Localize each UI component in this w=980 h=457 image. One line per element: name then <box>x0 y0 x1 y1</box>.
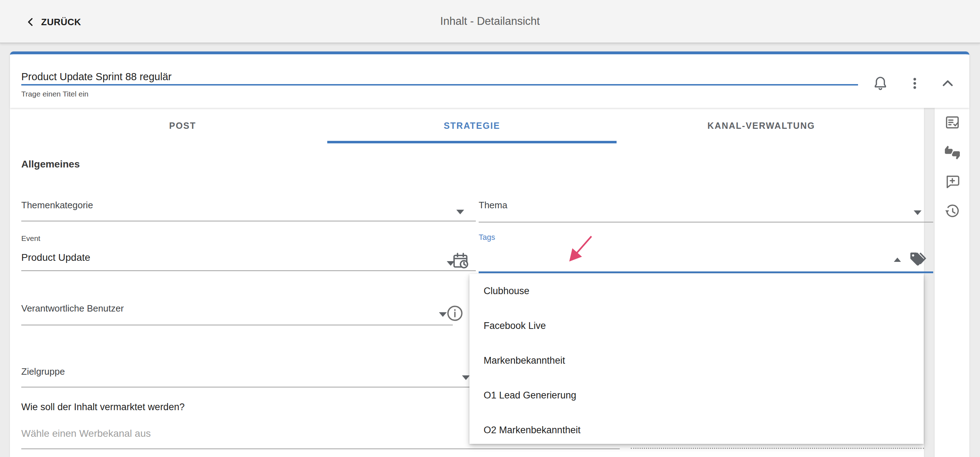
tags-label: Tags <box>479 233 495 242</box>
app-header: ZURÜCK Inhalt - Detailansicht <box>0 0 980 43</box>
side-icon-rail <box>935 108 969 457</box>
event-label: Event <box>21 234 40 243</box>
title-input-underline <box>21 84 858 86</box>
feedback-button[interactable] <box>944 144 961 161</box>
tag-option[interactable]: Facebook Live <box>469 309 924 343</box>
thumbs-up-down-icon <box>944 157 961 162</box>
notifications-button[interactable] <box>871 74 889 93</box>
tab-bar: POST STRATEGIE KANAL-VERWALTUNG <box>38 108 906 143</box>
fact-check-icon <box>944 126 961 132</box>
tags-dropdown: Clubhouse Facebook Live Markenbekannthei… <box>469 274 924 444</box>
history-clock-icon <box>944 215 961 221</box>
tags-underline-focused <box>479 272 933 273</box>
event-select[interactable]: Event Product Update <box>21 233 476 270</box>
collapse-card-button[interactable] <box>939 74 957 93</box>
history-button[interactable] <box>944 203 961 219</box>
verantwortliche-benutzer-underline <box>21 324 453 325</box>
content-detail-screen: ZURÜCK Inhalt - Detailansicht Trage eine… <box>0 0 980 457</box>
page-title: Inhalt - Detailansicht <box>0 15 980 28</box>
werbekanal-question: Wie soll der Inhalt vermarktet werden? <box>21 402 185 413</box>
zielgruppe-select[interactable]: Zielgruppe <box>21 363 476 388</box>
zielgruppe-label: Zielgruppe <box>21 366 65 377</box>
dropdown-arrow-icon <box>914 210 921 215</box>
info-icon <box>446 304 464 322</box>
thema-label: Thema <box>479 200 508 211</box>
tag-option[interactable]: Markenbekanntheit <box>469 344 924 377</box>
event-value: Product Update <box>21 252 91 263</box>
tag-option[interactable]: Clubhouse <box>469 274 924 308</box>
themenkategorie-select[interactable]: Themenkategorie <box>21 198 476 221</box>
disabled-field-underline <box>631 448 924 449</box>
dropdown-arrow-icon <box>439 312 447 317</box>
content-card-header: Trage einen Titel ein <box>10 51 969 108</box>
tab-strategie[interactable]: STRATEGIE <box>327 108 617 143</box>
title-input[interactable] <box>21 69 858 84</box>
thema-underline <box>479 222 933 222</box>
werbekanal-placeholder: Wähle einen Werbekanal aus <box>21 428 151 439</box>
calendar-clock-icon <box>451 251 469 270</box>
tab-post[interactable]: POST <box>38 108 327 143</box>
info-button[interactable] <box>446 304 464 322</box>
tab-kanal-verwaltung[interactable]: KANAL-VERWALTUNG <box>617 108 906 143</box>
verantwortliche-benutzer-select[interactable]: Verantwortliche Benutzer <box>21 299 453 325</box>
dropdown-arrow-icon <box>456 210 464 214</box>
thema-select[interactable]: Thema <box>479 198 933 221</box>
verantwortliche-benutzer-label: Verantwortliche Benutzer <box>21 303 124 314</box>
bell-icon <box>872 75 889 91</box>
active-tab-indicator <box>327 141 617 143</box>
dropup-arrow-icon[interactable] <box>894 257 901 262</box>
event-underline <box>21 270 476 271</box>
themenkategorie-underline <box>21 221 476 221</box>
comment-plus-icon <box>944 186 961 191</box>
event-calendar-button[interactable] <box>451 251 469 270</box>
add-comment-button[interactable] <box>944 174 961 190</box>
zielgruppe-underline <box>21 387 476 387</box>
chevron-up-icon <box>940 75 956 91</box>
tags-adornment-button[interactable] <box>908 250 927 269</box>
section-heading: Allgemeines <box>21 158 80 170</box>
tags-icon <box>908 250 927 269</box>
notes-button[interactable] <box>944 114 961 131</box>
more-options-button[interactable] <box>905 74 924 93</box>
tag-option[interactable]: O1 Lead Generierung <box>469 378 924 412</box>
title-helper-text: Trage einen Titel ein <box>21 90 89 98</box>
dropdown-arrow-icon <box>462 376 470 380</box>
kebab-menu-icon <box>907 76 922 91</box>
themenkategorie-label: Themenkategorie <box>21 200 93 211</box>
werbekanal-underline <box>21 449 620 449</box>
tag-option[interactable]: O2 Markenbekanntheit <box>469 413 924 447</box>
